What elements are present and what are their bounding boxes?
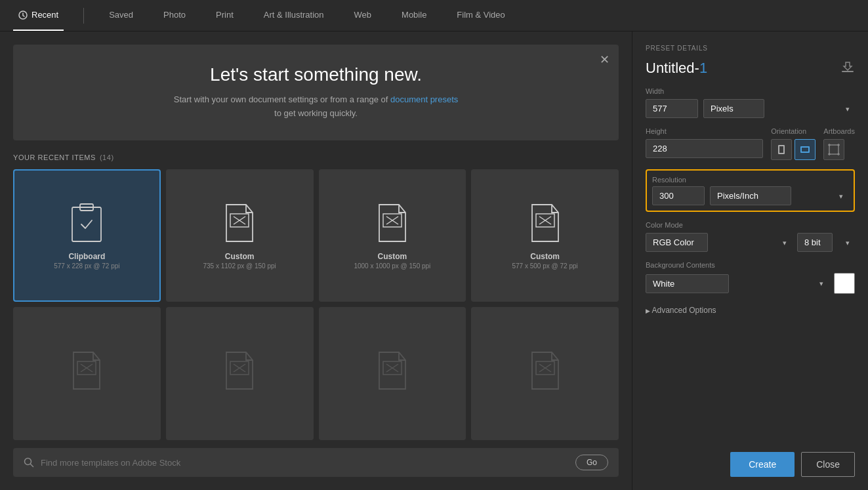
recent-header: YOUR RECENT ITEMS (14): [13, 153, 619, 161]
nav-divider: [83, 8, 84, 24]
close-button[interactable]: Close: [801, 452, 855, 477]
color-mode-group: Color Mode RGB Color CMYK Color Grayscal…: [646, 221, 855, 252]
hero-banner: ✕ Let's start something new. Start with …: [13, 45, 619, 140]
artboard-icon: [828, 144, 840, 155]
color-mode-label: Color Mode: [646, 221, 855, 229]
svg-rect-26: [842, 71, 854, 72]
item-label: Clipboard: [68, 252, 105, 261]
advanced-options-toggle[interactable]: Advanced Options: [646, 306, 855, 315]
preset-name: Untitled-1: [646, 60, 707, 77]
preset-section-label: PRESET DETAILS: [646, 45, 855, 52]
item-sublabel: 577 x 228 px @ 72 ppi: [54, 262, 119, 270]
landscape-button[interactable]: [795, 139, 816, 160]
artboard-button[interactable]: [823, 139, 844, 160]
right-panel: PRESET DETAILS Untitled-1 Width Pixels: [632, 31, 868, 490]
custom-doc-icon: [375, 203, 409, 245]
resolution-group: Resolution Pixels/Inch Pixels/Centimeter: [646, 169, 855, 212]
hero-title: Let's start something new.: [26, 64, 606, 85]
list-item[interactable]: [13, 307, 161, 440]
artboards-group: Artboards: [823, 127, 855, 160]
tab-web[interactable]: Web: [349, 0, 377, 31]
list-item[interactable]: [471, 307, 619, 440]
tab-mobile[interactable]: Mobile: [396, 0, 432, 31]
search-bar: Go: [13, 448, 619, 477]
svg-line-25: [31, 464, 33, 467]
left-panel: ✕ Let's start something new. Start with …: [0, 31, 632, 490]
tab-print[interactable]: Print: [211, 0, 239, 31]
tab-photo[interactable]: Photo: [158, 0, 191, 31]
height-label: Height: [646, 127, 763, 135]
custom-doc-icon: [528, 203, 562, 245]
list-item[interactable]: Custom 577 x 500 px @ 72 ppi: [471, 169, 619, 302]
save-preset-icon[interactable]: [840, 61, 855, 75]
tab-saved[interactable]: Saved: [104, 0, 138, 31]
color-swatch[interactable]: [834, 273, 855, 294]
color-mode-select-wrapper: RGB Color CMYK Color Grayscale: [646, 233, 792, 252]
hero-subtitle: Start with your own document settings or…: [26, 93, 606, 121]
recent-count: (14): [100, 153, 114, 161]
width-input[interactable]: [646, 99, 698, 118]
custom-doc-icon: [222, 351, 257, 393]
clock-icon: [18, 10, 28, 20]
width-unit-select[interactable]: Pixels Inches Centimeters Millimeters: [703, 99, 764, 118]
color-mode-select[interactable]: RGB Color CMYK Color Grayscale: [646, 233, 708, 252]
item-label: Custom: [530, 252, 560, 261]
item-sublabel: 1000 x 1000 px @ 150 ppi: [354, 262, 430, 270]
list-item[interactable]: Custom 735 x 1102 px @ 150 ppi: [166, 169, 314, 302]
create-button[interactable]: Create: [730, 452, 795, 477]
resolution-unit-wrapper: Pixels/Inch Pixels/Centimeter: [710, 186, 848, 205]
custom-doc-icon: [375, 351, 409, 393]
tab-art-illustration[interactable]: Art & Illustration: [258, 0, 329, 31]
orientation-label: Orientation: [771, 127, 816, 135]
list-item[interactable]: [166, 307, 314, 440]
height-orientation-row: Height Orientation Artboards: [646, 127, 855, 160]
svg-rect-1: [72, 207, 101, 241]
orientation-group: Orientation: [771, 127, 816, 160]
close-hero-button[interactable]: ✕: [600, 52, 610, 67]
list-item[interactable]: Custom 1000 x 1000 px @ 150 ppi: [319, 169, 466, 302]
custom-doc-icon: [222, 203, 257, 245]
search-icon: [24, 457, 34, 468]
item-sublabel: 577 x 500 px @ 72 ppi: [512, 262, 578, 270]
height-input[interactable]: [646, 139, 763, 158]
search-input[interactable]: [41, 458, 569, 468]
landscape-icon: [800, 146, 810, 153]
width-unit-wrapper: Pixels Inches Centimeters Millimeters: [703, 99, 855, 118]
custom-doc-icon: [528, 351, 562, 393]
height-group: Height: [646, 127, 763, 160]
bottom-buttons: Create Close: [646, 452, 855, 477]
custom-doc-icon: [70, 351, 104, 393]
list-item[interactable]: [319, 307, 466, 440]
tab-recent[interactable]: Recent: [13, 0, 64, 31]
top-nav: Recent Saved Photo Print Art & Illustrat…: [0, 0, 868, 31]
bg-contents-select-wrapper: White Black Background Color Transparent: [646, 274, 829, 293]
resolution-label: Resolution: [652, 176, 848, 184]
bg-contents-select[interactable]: White Black Background Color Transparent: [646, 274, 729, 293]
bg-contents-label: Background Contents: [646, 261, 855, 269]
items-grid: Clipboard 577 x 228 px @ 72 ppi: [13, 169, 619, 440]
svg-rect-27: [829, 145, 838, 154]
preset-name-row: Untitled-1: [646, 60, 855, 77]
clipboard-icon: [70, 203, 104, 245]
item-label: Custom: [225, 252, 255, 261]
portrait-icon: [778, 145, 785, 154]
list-item[interactable]: Clipboard 577 x 228 px @ 72 ppi: [13, 169, 161, 302]
item-sublabel: 735 x 1102 px @ 150 ppi: [203, 262, 276, 270]
resolution-unit-select[interactable]: Pixels/Inch Pixels/Centimeter: [710, 186, 791, 205]
artboards-label: Artboards: [823, 127, 855, 135]
main-content: ✕ Let's start something new. Start with …: [0, 31, 868, 490]
bg-contents-group: Background Contents White Black Backgrou…: [646, 261, 855, 294]
document-presets-link[interactable]: document presets: [390, 94, 458, 104]
resolution-input[interactable]: [652, 186, 705, 205]
color-depth-select-wrapper: 8 bit 16 bit 32 bit: [797, 233, 855, 252]
item-label: Custom: [378, 252, 407, 261]
width-label: Width: [646, 87, 855, 95]
color-depth-select[interactable]: 8 bit 16 bit 32 bit: [797, 233, 833, 252]
recent-section: YOUR RECENT ITEMS (14) Clipboard 577 x 2…: [13, 153, 619, 440]
width-group: Width Pixels Inches Centimeters Millimet…: [646, 87, 855, 118]
portrait-button[interactable]: [771, 139, 792, 160]
tab-film-video[interactable]: Film & Video: [451, 0, 510, 31]
go-button[interactable]: Go: [575, 455, 608, 470]
